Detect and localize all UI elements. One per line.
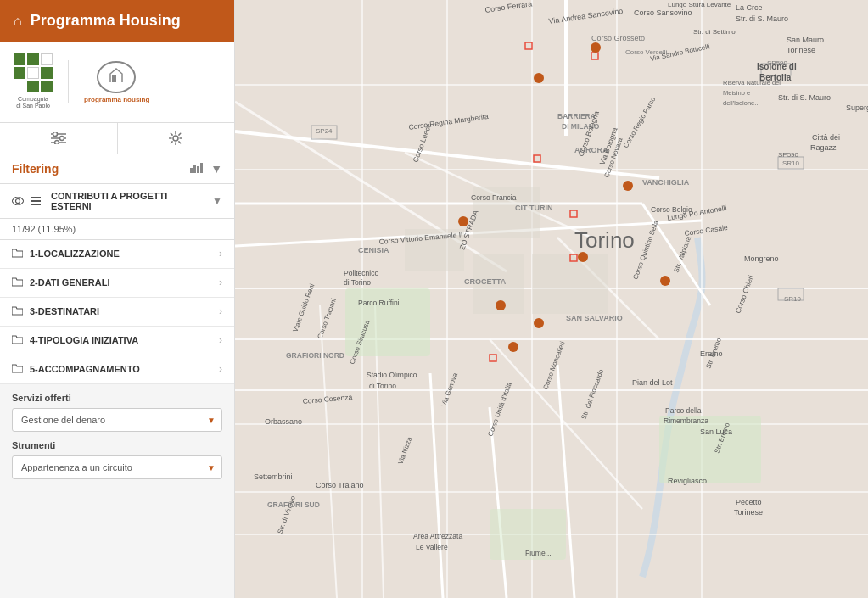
- housing-logo: programma housing: [84, 59, 149, 104]
- svg-rect-1: [112, 75, 116, 82]
- svg-text:Settembrini: Settembrini: [254, 472, 293, 481]
- svg-text:Le Vallere: Le Vallere: [416, 543, 448, 551]
- count-row: 11/92 (11.95%): [0, 219, 234, 240]
- strumenti-select-wrapper: Appartenenza a un circuitoAltro strument…: [12, 455, 222, 479]
- svg-rect-16: [31, 204, 41, 205]
- svg-text:GRAFIORI NORD: GRAFIORI NORD: [286, 351, 344, 360]
- category-row: CONTRIBUTI A PROGETTI ESTERNI ▼: [0, 184, 234, 219]
- svg-text:Revigliasco: Revigliasco: [668, 477, 707, 485]
- strumenti-select[interactable]: Appartenenza a un circuitoAltro strument…: [12, 455, 222, 479]
- map-dot[interactable]: [508, 342, 518, 352]
- svg-text:SP24: SP24: [316, 127, 333, 135]
- svg-text:Parco della: Parco della: [665, 406, 702, 415]
- list-icon[interactable]: [31, 194, 41, 208]
- filtering-row: Filtering ▼: [0, 154, 234, 184]
- svg-text:Parco Ruffini: Parco Ruffini: [358, 299, 400, 307]
- filtering-label: Filtering: [12, 162, 59, 176]
- svg-text:Fiume...: Fiume...: [525, 549, 552, 557]
- svg-point-8: [173, 136, 178, 141]
- svg-point-13: [16, 198, 20, 203]
- count-text: 11/92 (11.95%): [12, 224, 76, 234]
- chart-icon[interactable]: [190, 161, 204, 176]
- svg-text:di Torino: di Torino: [369, 382, 396, 390]
- folder-icon: [12, 248, 23, 260]
- svg-rect-9: [190, 168, 193, 173]
- eye-icon[interactable]: [12, 194, 24, 208]
- svg-text:SP590: SP590: [767, 59, 788, 67]
- section-item-2[interactable]: 2-DATI GENERALI ›: [0, 269, 234, 298]
- svg-text:Bertolla: Bertolla: [759, 73, 792, 82]
- section-label: 2-DATI GENERALI: [30, 277, 219, 288]
- map-dot[interactable]: [623, 181, 633, 191]
- section-item-5[interactable]: 5-ACCOMPAGNAMENTO ›: [0, 355, 234, 384]
- section-chevron[interactable]: ›: [219, 277, 222, 288]
- svg-text:Corso Traiano: Corso Traiano: [316, 481, 364, 489]
- map-dot[interactable]: [496, 300, 506, 310]
- svg-text:CIT TURIN: CIT TURIN: [515, 204, 553, 212]
- map-dot[interactable]: [458, 216, 468, 226]
- svg-text:SR10: SR10: [782, 159, 800, 167]
- svg-rect-12: [200, 163, 203, 173]
- app-header: ⌂ Programma Housing: [0, 0, 234, 42]
- svg-text:Str. di Settimo: Str. di Settimo: [693, 28, 736, 36]
- map-dot[interactable]: [534, 73, 544, 83]
- svg-rect-10: [193, 165, 196, 173]
- settings-button[interactable]: [118, 123, 235, 154]
- housing-text-logo: programma housing: [84, 97, 149, 104]
- map-dot[interactable]: [591, 42, 601, 53]
- svg-text:Ragazzi: Ragazzi: [810, 143, 838, 152]
- section-item-4[interactable]: 4-TIPOLOGIA INIZIATIVA ›: [0, 327, 234, 355]
- filtering-chevron[interactable]: ▼: [210, 162, 222, 176]
- section-chevron[interactable]: ›: [219, 334, 222, 346]
- svg-text:Corso Francia: Corso Francia: [471, 193, 517, 202]
- logo-area: Compagniadi San Paolo programma housing: [0, 42, 234, 123]
- svg-rect-14: [31, 197, 41, 198]
- map-dot[interactable]: [660, 276, 670, 286]
- svg-point-6: [59, 136, 64, 140]
- svg-point-7: [54, 140, 59, 144]
- map-area[interactable]: Corso Ferrara Via Andrea Sansovino Corso…: [235, 0, 868, 598]
- compagnia-text: Compagniadi San Paolo: [16, 96, 50, 110]
- svg-text:Città dei: Città dei: [812, 133, 840, 142]
- svg-text:Orbassano: Orbassano: [265, 417, 302, 426]
- filter-toolbar-button[interactable]: [0, 123, 118, 154]
- servizi-section: Servizi offerti Gestione del denaroConsu…: [0, 384, 234, 491]
- section-item-3[interactable]: 3-DESTINATARI ›: [0, 298, 234, 327]
- svg-text:Pian del Lot: Pian del Lot: [632, 378, 673, 387]
- svg-text:di Torino: di Torino: [344, 278, 371, 287]
- section-label: 5-ACCOMPAGNAMENTO: [30, 364, 219, 374]
- svg-text:Torinese: Torinese: [734, 508, 763, 517]
- servizi-select-wrapper: Gestione del denaroConsulenza finanziari…: [12, 408, 222, 432]
- svg-text:Meisino e: Meisino e: [723, 89, 750, 97]
- svg-rect-46: [659, 416, 761, 483]
- sections-list: 1-LOCALIZZAZIONE › 2-DATI GENERALI › 3-D…: [0, 240, 234, 384]
- strumenti-title: Strumenti: [12, 440, 222, 450]
- compagnia-logo: Compagniadi San Paolo: [14, 53, 53, 110]
- svg-rect-50: [532, 254, 608, 314]
- servizi-select[interactable]: Gestione del denaroConsulenza finanziari…: [12, 408, 222, 432]
- home-icon[interactable]: ⌂: [14, 14, 22, 29]
- svg-text:dell'Isolone...: dell'Isolone...: [723, 99, 760, 107]
- svg-text:SAN SALVARIO: SAN SALVARIO: [566, 314, 623, 322]
- toolbar: [0, 123, 234, 154]
- svg-text:Stadio Olimpico: Stadio Olimpico: [367, 371, 417, 379]
- svg-text:San Mauro: San Mauro: [787, 36, 824, 44]
- section-label: 4-TIPOLOGIA INIZIATIVA: [30, 335, 219, 345]
- svg-text:La Crce: La Crce: [736, 3, 763, 12]
- svg-text:CROCETTA: CROCETTA: [464, 277, 507, 286]
- svg-text:Politecnico: Politecnico: [344, 269, 378, 277]
- category-label: CONTRIBUTI A PROGETTI ESTERNI: [51, 191, 205, 211]
- map-dot[interactable]: [578, 252, 588, 262]
- svg-text:Mongreno: Mongreno: [744, 254, 779, 263]
- section-chevron[interactable]: ›: [219, 363, 222, 375]
- category-chevron[interactable]: ▼: [212, 195, 222, 207]
- svg-text:Str. di S. Mauro: Str. di S. Mauro: [736, 14, 788, 23]
- svg-text:VANCHIGLIA: VANCHIGLIA: [642, 178, 690, 187]
- svg-text:Corso Grosseto: Corso Grosseto: [591, 34, 645, 42]
- section-chevron[interactable]: ›: [219, 305, 222, 317]
- svg-text:SR10: SR10: [784, 295, 802, 303]
- section-chevron[interactable]: ›: [219, 248, 222, 260]
- section-item-1[interactable]: 1-LOCALIZZAZIONE ›: [0, 240, 234, 269]
- map-dot[interactable]: [534, 318, 544, 328]
- section-label: 1-LOCALIZZAZIONE: [30, 249, 219, 259]
